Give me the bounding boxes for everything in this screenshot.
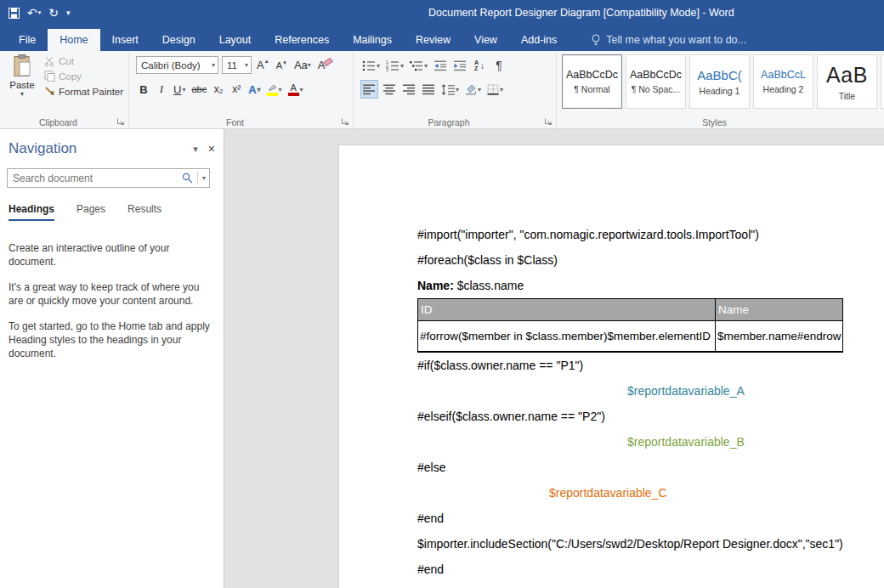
table-header-name[interactable]: Name — [716, 299, 843, 321]
strikethrough-button[interactable]: abc — [190, 80, 208, 99]
pane-options-button[interactable]: ▾ — [193, 144, 198, 155]
save-button[interactable] — [8, 8, 20, 19]
font-size-combo[interactable]: 11 ▾ — [222, 56, 252, 74]
nav-tab-pages[interactable]: Pages — [76, 203, 105, 221]
table-header-id[interactable]: ID — [418, 299, 716, 321]
show-hide-marks-button[interactable]: ¶ — [490, 56, 507, 75]
document-page[interactable]: #import("importer", "com.nomagic.reportw… — [338, 144, 884, 588]
undo-button[interactable]: ↶▾ — [27, 7, 41, 19]
template-line-include[interactable]: $importer.includeSection("C:/Users/swd2/… — [417, 531, 884, 557]
tab-view[interactable]: View — [462, 29, 509, 51]
underline-button[interactable]: U▾ — [172, 80, 187, 99]
sort-button[interactable]: AZ ↓ — [471, 56, 488, 75]
align-right-button[interactable] — [400, 80, 417, 99]
tab-add-ins[interactable]: Add-ins — [509, 29, 569, 51]
shrink-arrow-icon: ▼ — [282, 60, 287, 65]
template-line-elseif[interactable]: #elseif($class.owner.name == "P2") — [417, 404, 884, 429]
style-heading-2[interactable]: AaBbCcL Heading 2 — [753, 54, 813, 109]
tab-design[interactable]: Design — [150, 29, 207, 51]
font-dialog-launcher[interactable] — [341, 117, 350, 127]
text-effects-dropdown-icon: ▾ — [258, 86, 261, 93]
align-center-button[interactable] — [381, 80, 398, 99]
copy-button[interactable]: Copy — [44, 71, 123, 82]
template-line-var-a[interactable]: $reportdatavariable_A — [417, 378, 884, 404]
format-painter-button[interactable]: Format Painter — [44, 86, 123, 97]
font-name-value: Calibri (Body) — [141, 60, 201, 71]
clipboard-dialog-launcher[interactable] — [116, 117, 126, 127]
template-line-import[interactable]: #import("importer", "com.nomagic.reportw… — [417, 222, 884, 247]
shrink-font-button[interactable]: A▼ — [275, 56, 289, 74]
undo-icon: ↶ — [27, 7, 37, 19]
tab-references[interactable]: References — [263, 29, 341, 51]
search-input[interactable] — [13, 172, 178, 184]
tab-review[interactable]: Review — [404, 29, 462, 51]
style-title[interactable]: AaB Title — [817, 54, 877, 109]
justify-button[interactable] — [420, 80, 437, 99]
table-cell-membername[interactable]: $member.name#endrow — [716, 321, 843, 352]
subscript-button[interactable]: x₂ — [211, 80, 226, 99]
change-case-button[interactable]: Aa▾ — [292, 56, 313, 74]
font-name-combo[interactable]: Calibri (Body) ▾ — [136, 56, 218, 74]
name-value: $class.name — [454, 279, 524, 292]
text-effects-button[interactable]: A▾ — [246, 80, 262, 99]
tell-me-box[interactable]: Tell me what you want to do... — [591, 29, 746, 51]
table-row: #forrow($member in $class.member)$member… — [418, 321, 843, 352]
multilevel-list-button[interactable]: ▾ — [408, 56, 429, 75]
search-dropdown-icon[interactable]: ▾ — [202, 174, 206, 182]
shrink-font-icon: A — [276, 60, 282, 71]
tab-layout[interactable]: Layout — [207, 29, 264, 51]
template-line-foreach[interactable]: #foreach($class in $Class) — [417, 247, 884, 273]
search-box: ▾ — [7, 168, 210, 188]
table-header-row: ID Name — [418, 299, 843, 321]
template-line-end-1[interactable]: #end — [417, 506, 884, 531]
customize-qat-button[interactable]: ▾ — [66, 7, 71, 19]
numbering-button[interactable]: 123 ▾ — [384, 56, 405, 75]
grow-font-button[interactable]: A▲ — [255, 56, 271, 74]
template-line-else[interactable]: #else — [417, 455, 884, 480]
close-pane-button[interactable]: × — [208, 142, 215, 155]
paragraph-group-label: Paragraph — [354, 117, 544, 127]
template-line-if[interactable]: #if($class.owner.name == "P1") — [417, 353, 884, 378]
search-icon[interactable] — [182, 172, 193, 184]
tab-insert[interactable]: Insert — [100, 29, 150, 51]
shading-button[interactable]: ▾ — [463, 80, 483, 99]
paragraph-group: ▾ 123 ▾ ▾ AZ ↓ — [354, 51, 557, 128]
tab-file[interactable]: File — [7, 29, 48, 51]
tab-mailings[interactable]: Mailings — [341, 29, 404, 51]
align-right-icon — [403, 84, 416, 95]
line-spacing-button[interactable]: ▾ — [439, 80, 461, 99]
template-line-end-2[interactable]: #end — [417, 557, 884, 582]
multilevel-list-icon — [410, 60, 423, 71]
style-heading-1[interactable]: AaBbC( Heading 1 — [689, 54, 750, 109]
title-bar: ↶▾ ↻ ▾ Document Report Designer Diagram … — [0, 0, 884, 25]
font-color-button[interactable]: A ▾ — [286, 80, 305, 99]
style-normal[interactable]: AaBbCcDc ¶ Normal — [562, 54, 622, 109]
nav-tab-results[interactable]: Results — [128, 203, 162, 221]
paste-label: Paste — [9, 80, 34, 90]
align-left-button[interactable] — [360, 80, 378, 99]
paste-button[interactable]: Paste ▾ — [3, 54, 41, 112]
bold-button[interactable]: B — [136, 80, 151, 99]
italic-button[interactable]: I — [154, 80, 169, 99]
borders-button[interactable]: ▾ — [485, 80, 505, 99]
superscript-button[interactable]: x² — [229, 80, 244, 99]
style-no-spacing[interactable]: AaBbCcDc ¶ No Spac... — [626, 54, 686, 109]
clear-formatting-button[interactable]: A — [316, 56, 334, 74]
tell-me-label: Tell me what you want to do... — [606, 34, 746, 46]
increase-indent-button[interactable] — [451, 56, 468, 75]
template-line-var-b[interactable]: $reportdatavariable_B — [417, 429, 884, 455]
bullets-button[interactable]: ▾ — [360, 56, 382, 75]
font-size-value: 11 — [227, 60, 237, 71]
font-size-dropdown-icon: ▾ — [245, 61, 248, 69]
template-line-name[interactable]: Name: $class.name — [417, 273, 884, 298]
highlight-button[interactable]: ▾ — [265, 80, 284, 99]
tab-home[interactable]: Home — [48, 29, 99, 51]
redo-button[interactable]: ↻ — [48, 7, 59, 19]
table-cell-forrow[interactable]: #forrow($member in $class.member)$member… — [418, 321, 716, 352]
style-subtitle-partial[interactable]: Aa S — [881, 54, 884, 109]
decrease-indent-button[interactable] — [432, 56, 449, 75]
cut-button[interactable]: Cut — [44, 56, 123, 66]
template-line-var-c[interactable]: $reportdatavariable_C — [417, 480, 884, 506]
nav-tab-headings[interactable]: Headings — [8, 203, 54, 221]
paragraph-dialog-launcher[interactable] — [544, 117, 553, 127]
